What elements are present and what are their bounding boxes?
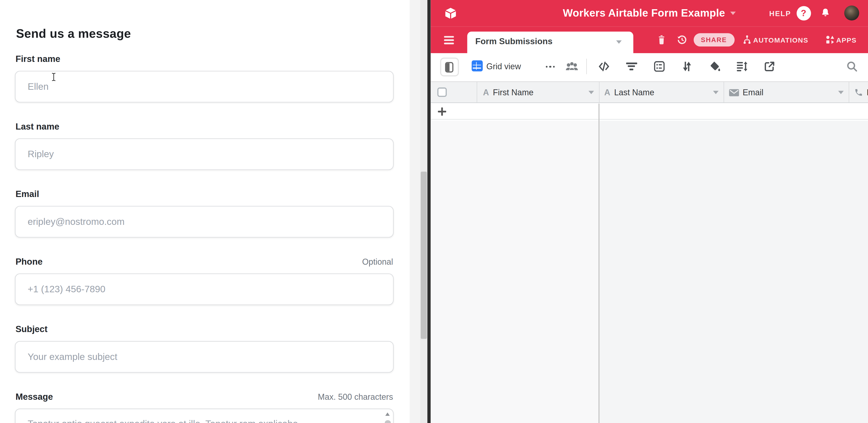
add-row-plus-icon[interactable] [438,108,446,116]
column-name: First Name [493,87,534,97]
sort-icon[interactable] [681,60,693,72]
table-tab-caret-icon[interactable] [616,40,621,43]
text-cursor-icon [51,72,56,81]
textarea-scrollbar-thumb[interactable] [384,420,391,423]
apps-button[interactable]: APPS [836,36,857,44]
grid-body-area [599,120,868,423]
automations-icon[interactable] [742,35,752,44]
trash-icon[interactable] [657,35,666,45]
textarea-scrollbar[interactable] [384,411,391,423]
hamburger-icon[interactable] [444,36,454,46]
collaborators-icon[interactable] [565,61,578,71]
message-maxchars-hint: Max. 500 characters [318,392,393,401]
email-input-box [15,206,394,238]
column-menu-caret-icon[interactable] [588,91,594,94]
share-button[interactable]: SHARE [693,33,734,47]
help-button[interactable]: HELP [769,9,791,18]
airtable-pane: Workers Airtable Form Example HELP ? For… [430,0,868,423]
text-field-icon: A [483,87,489,97]
phone-input[interactable] [16,274,393,304]
email-label: Email [16,189,39,199]
base-title[interactable]: Workers Airtable Form Example [563,7,725,19]
column-name: Phone [867,87,868,97]
phone-input-box [15,273,394,305]
phone-label: Phone [16,257,42,267]
phone-optional-hint: Optional [362,257,393,266]
field-group-message: Message Max. 500 characters [15,392,394,402]
color-icon[interactable] [708,60,720,72]
avatar[interactable] [844,5,859,21]
embed-code-icon[interactable] [597,60,610,72]
text-field-icon: A [604,87,610,97]
email-input[interactable] [16,206,393,237]
toolbar-divider [586,59,587,74]
screen: Send us a message First name Last name E… [0,0,868,423]
contact-form-pane: Send us a message First name Last name E… [0,0,410,423]
phone-field-icon [854,88,863,97]
scroll-up-arrow-icon[interactable] [385,413,390,416]
field-group-first-name: First name [15,54,394,64]
history-icon[interactable] [676,34,687,46]
airtable-tabbar: Form Submissions SHARE [430,27,868,53]
table-tab-label: Form Submissions [475,36,553,46]
group-icon[interactable] [653,60,665,72]
column-name: Email [743,87,763,97]
field-group-email: Email [15,189,394,199]
grid-body-frozen-area [430,120,598,423]
message-textarea[interactable] [16,409,393,423]
last-name-label: Last name [16,122,59,132]
last-name-input[interactable] [16,139,393,170]
message-textarea-box [15,409,394,423]
apps-icon[interactable] [825,35,835,44]
form-heading: Send us a message [16,27,131,41]
email-field-icon [729,89,739,96]
column-header-email[interactable]: Email [723,82,848,102]
column-menu-caret-icon[interactable] [838,91,843,94]
add-row[interactable] [430,103,868,120]
base-title-caret-icon [730,12,736,15]
row-height-icon[interactable] [736,60,748,72]
field-group-subject: Subject [15,325,394,334]
message-label: Message [16,392,53,402]
share-view-icon[interactable] [763,60,775,72]
grid-view-icon [471,60,483,71]
view-toolbar: Grid view [430,53,868,82]
airtable-topbar: Workers Airtable Form Example HELP ? [430,0,868,27]
search-icon[interactable] [846,60,858,72]
last-name-input-box [15,138,394,170]
automations-button[interactable]: AUTOMATIONS [753,36,808,44]
view-name[interactable]: Grid view [487,61,521,71]
subject-label: Subject [16,325,48,334]
select-all-checkbox[interactable] [437,87,446,97]
subject-input[interactable] [16,341,393,372]
view-sidebar-toggle-button[interactable] [440,58,459,77]
ellipsis-icon[interactable] [546,66,555,68]
first-name-input-box [15,71,394,102]
column-header-last-name[interactable]: A Last Name [599,82,723,102]
window-divider [427,0,430,423]
frozen-column-divider[interactable] [598,103,599,423]
filter-icon[interactable] [625,62,638,71]
column-menu-caret-icon[interactable] [713,91,718,94]
page-gutter [410,0,427,423]
field-group-phone: Phone Optional [15,257,394,267]
page-scrollbar-thumb[interactable] [421,172,427,339]
column-header-phone[interactable]: Phone [848,82,868,102]
grid-header-row: A First Name A Last Name Email Ph [430,82,868,103]
subject-input-box [15,341,394,372]
select-all-cell [430,82,476,102]
first-name-label: First name [16,54,60,64]
table-tab-form-submissions[interactable]: Form Submissions [467,31,633,53]
question-mark-icon[interactable]: ? [796,6,811,21]
bell-icon[interactable] [820,7,831,19]
first-name-input[interactable] [16,71,393,102]
column-header-first-name[interactable]: A First Name [476,82,599,102]
column-name: Last Name [614,87,654,97]
field-group-last-name: Last name [15,122,394,132]
sidebar-toggle-icon [445,62,453,72]
